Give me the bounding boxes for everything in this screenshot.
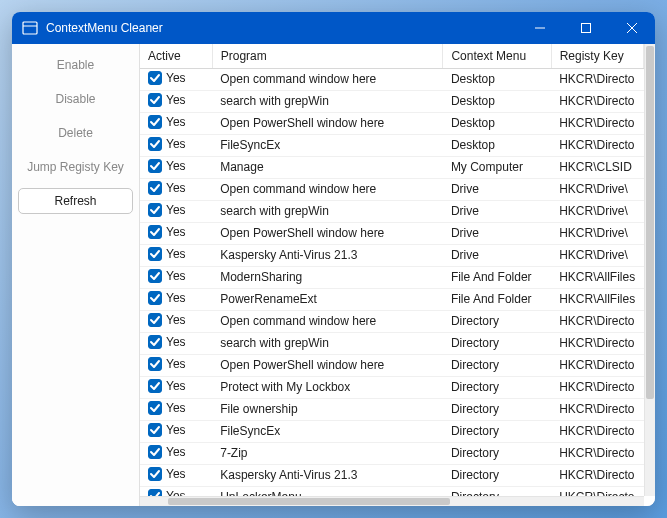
- checkmark-icon: [148, 137, 162, 151]
- active-checkbox[interactable]: Yes: [148, 202, 186, 218]
- refresh-button[interactable]: Refresh: [18, 188, 133, 214]
- cell-context-menu: Directory: [443, 354, 551, 376]
- jump-registry-key-button[interactable]: Jump Registy Key: [18, 154, 133, 180]
- window-title: ContextMenu Cleaner: [46, 21, 517, 35]
- cell-active[interactable]: Yes: [140, 332, 212, 354]
- cell-active[interactable]: Yes: [140, 288, 212, 310]
- checkmark-icon: [148, 357, 162, 371]
- table-row[interactable]: YesOpen command window hereDesktopHKCR\D…: [140, 68, 644, 90]
- cell-active[interactable]: Yes: [140, 222, 212, 244]
- column-header-context-menu[interactable]: Context Menu: [443, 44, 551, 68]
- active-checkbox[interactable]: Yes: [148, 114, 186, 130]
- table-row[interactable]: YesModernSharingFile And FolderHKCR\AllF…: [140, 266, 644, 288]
- header-row: Active Program Context Menu Registy Key: [140, 44, 644, 68]
- cell-active[interactable]: Yes: [140, 178, 212, 200]
- cell-program: File ownership: [212, 398, 443, 420]
- cell-active[interactable]: Yes: [140, 442, 212, 464]
- cell-active[interactable]: Yes: [140, 266, 212, 288]
- cell-context-menu: Desktop: [443, 134, 551, 156]
- table-row[interactable]: Yes FileSyncExDesktopHKCR\Directo: [140, 134, 644, 156]
- cell-active[interactable]: Yes: [140, 376, 212, 398]
- table-row[interactable]: Yes7-ZipDirectoryHKCR\Directo: [140, 442, 644, 464]
- active-label: Yes: [166, 92, 186, 108]
- active-checkbox[interactable]: Yes: [148, 268, 186, 284]
- table-row[interactable]: YesOpen PowerShell window hereDriveHKCR\…: [140, 222, 644, 244]
- active-checkbox[interactable]: Yes: [148, 400, 186, 416]
- table-row[interactable]: YesOpen PowerShell window hereDesktopHKC…: [140, 112, 644, 134]
- cell-registry-key: HKCR\Drive\: [551, 178, 643, 200]
- table-row[interactable]: YesKaspersky Anti-Virus 21.3DirectoryHKC…: [140, 464, 644, 486]
- active-checkbox[interactable]: Yes: [148, 466, 186, 482]
- vertical-scrollbar-thumb[interactable]: [646, 46, 654, 399]
- delete-button[interactable]: Delete: [18, 120, 133, 146]
- table-row[interactable]: YesFile ownershipDirectoryHKCR\Directo: [140, 398, 644, 420]
- cell-context-menu: File And Folder: [443, 288, 551, 310]
- cell-active[interactable]: Yes: [140, 112, 212, 134]
- app-icon: [22, 20, 38, 36]
- table-row[interactable]: Yessearch with grepWinDesktopHKCR\Direct…: [140, 90, 644, 112]
- active-checkbox[interactable]: Yes: [148, 290, 186, 306]
- table-row[interactable]: YesOpen PowerShell window hereDirectoryH…: [140, 354, 644, 376]
- active-checkbox[interactable]: Yes: [148, 356, 186, 372]
- table-row[interactable]: YesKaspersky Anti-Virus 21.3DriveHKCR\Dr…: [140, 244, 644, 266]
- titlebar[interactable]: ContextMenu Cleaner: [12, 12, 655, 44]
- data-grid: Active Program Context Menu Registy Key …: [140, 44, 655, 506]
- cell-active[interactable]: Yes: [140, 464, 212, 486]
- active-checkbox[interactable]: Yes: [148, 488, 186, 497]
- cell-active[interactable]: Yes: [140, 420, 212, 442]
- table-row[interactable]: Yessearch with grepWinDriveHKCR\Drive\: [140, 200, 644, 222]
- table-row[interactable]: YesUnLockerMenuDirectoryHKCR\Directo: [140, 486, 644, 496]
- active-checkbox[interactable]: Yes: [148, 158, 186, 174]
- table-row[interactable]: YesPowerRenameExtFile And FolderHKCR\All…: [140, 288, 644, 310]
- cell-context-menu: Drive: [443, 222, 551, 244]
- cell-active[interactable]: Yes: [140, 156, 212, 178]
- column-header-program[interactable]: Program: [212, 44, 443, 68]
- active-checkbox[interactable]: Yes: [148, 224, 186, 240]
- cell-program: Open PowerShell window here: [212, 354, 443, 376]
- cell-active[interactable]: Yes: [140, 310, 212, 332]
- cell-active[interactable]: Yes: [140, 68, 212, 90]
- cell-active[interactable]: Yes: [140, 134, 212, 156]
- maximize-button[interactable]: [563, 12, 609, 44]
- cell-program: Open PowerShell window here: [212, 112, 443, 134]
- cell-active[interactable]: Yes: [140, 486, 212, 496]
- horizontal-scrollbar-thumb[interactable]: [168, 498, 450, 505]
- table-row[interactable]: YesOpen command window hereDriveHKCR\Dri…: [140, 178, 644, 200]
- active-checkbox[interactable]: Yes: [148, 180, 186, 196]
- cell-active[interactable]: Yes: [140, 244, 212, 266]
- cell-context-menu: Drive: [443, 244, 551, 266]
- column-header-registry-key[interactable]: Registy Key: [551, 44, 643, 68]
- table-row[interactable]: Yessearch with grepWinDirectoryHKCR\Dire…: [140, 332, 644, 354]
- active-checkbox[interactable]: Yes: [148, 70, 186, 86]
- active-checkbox[interactable]: Yes: [148, 444, 186, 460]
- active-checkbox[interactable]: Yes: [148, 246, 186, 262]
- column-header-active[interactable]: Active: [140, 44, 212, 68]
- active-label: Yes: [166, 422, 186, 438]
- minimize-button[interactable]: [517, 12, 563, 44]
- active-checkbox[interactable]: Yes: [148, 92, 186, 108]
- table-row[interactable]: YesProtect with My LockboxDirectoryHKCR\…: [140, 376, 644, 398]
- cell-registry-key: HKCR\Directo: [551, 332, 643, 354]
- cell-program: FileSyncEx: [212, 420, 443, 442]
- svg-rect-3: [582, 24, 591, 33]
- active-label: Yes: [166, 290, 186, 306]
- active-checkbox[interactable]: Yes: [148, 136, 186, 152]
- cell-active[interactable]: Yes: [140, 398, 212, 420]
- table-row[interactable]: Yes FileSyncExDirectoryHKCR\Directo: [140, 420, 644, 442]
- cell-active[interactable]: Yes: [140, 200, 212, 222]
- active-checkbox[interactable]: Yes: [148, 312, 186, 328]
- table-row[interactable]: YesManageMy ComputerHKCR\CLSID: [140, 156, 644, 178]
- active-checkbox[interactable]: Yes: [148, 422, 186, 438]
- checkmark-icon: [148, 247, 162, 261]
- active-checkbox[interactable]: Yes: [148, 334, 186, 350]
- cell-active[interactable]: Yes: [140, 354, 212, 376]
- close-button[interactable]: [609, 12, 655, 44]
- disable-button[interactable]: Disable: [18, 86, 133, 112]
- table-row[interactable]: YesOpen command window hereDirectoryHKCR…: [140, 310, 644, 332]
- enable-button[interactable]: Enable: [18, 52, 133, 78]
- cell-active[interactable]: Yes: [140, 90, 212, 112]
- vertical-scrollbar[interactable]: [644, 44, 655, 496]
- cell-program: search with grepWin: [212, 200, 443, 222]
- active-checkbox[interactable]: Yes: [148, 378, 186, 394]
- horizontal-scrollbar[interactable]: [140, 496, 644, 506]
